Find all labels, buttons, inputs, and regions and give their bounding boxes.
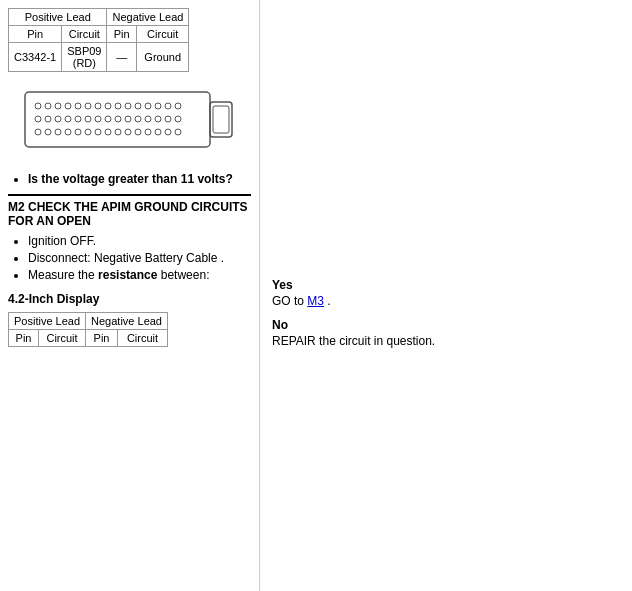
repair-text: REPAIR the circuit in question.: [272, 334, 620, 348]
svg-point-20: [75, 116, 81, 122]
circuit-header-2: Circuit: [137, 26, 189, 43]
svg-point-19: [65, 116, 71, 122]
svg-point-1: [35, 103, 41, 109]
circuit-header-4: Circuit: [117, 330, 167, 347]
svg-point-37: [95, 129, 101, 135]
svg-point-5: [75, 103, 81, 109]
svg-point-25: [125, 116, 131, 122]
pin-header-2: Pin: [107, 26, 137, 43]
svg-point-29: [165, 116, 171, 122]
step-1: Ignition OFF.: [28, 234, 251, 248]
svg-point-35: [75, 129, 81, 135]
svg-point-34: [65, 129, 71, 135]
pos-pin-1: C3342-1: [9, 43, 62, 72]
svg-rect-0: [25, 92, 210, 147]
go-to-text: GO to M3 .: [272, 294, 620, 308]
display-label: 4.2-Inch Display: [8, 292, 251, 306]
voltage-question-text: Is the voltage greater than 11 volts?: [28, 172, 251, 186]
svg-point-42: [145, 129, 151, 135]
svg-point-16: [35, 116, 41, 122]
circuit-header-3: Circuit: [39, 330, 86, 347]
svg-point-2: [45, 103, 51, 109]
svg-point-21: [85, 116, 91, 122]
svg-point-10: [125, 103, 131, 109]
svg-point-43: [155, 129, 161, 135]
main-container: Positive Lead Negative Lead Pin Circuit …: [0, 0, 632, 591]
svg-point-6: [85, 103, 91, 109]
voltage-question-bold: Is the voltage greater than 11 volts?: [28, 172, 233, 186]
svg-point-13: [155, 103, 161, 109]
svg-point-41: [135, 129, 141, 135]
pin-header-1: Pin: [9, 26, 62, 43]
svg-point-18: [55, 116, 61, 122]
svg-point-38: [105, 129, 111, 135]
connector-diagram: [20, 82, 240, 162]
pin-header-4: Pin: [86, 330, 118, 347]
positive-lead-header-2: Positive Lead: [9, 313, 86, 330]
svg-point-24: [115, 116, 121, 122]
circuit-header-1: Circuit: [62, 26, 107, 43]
svg-point-11: [135, 103, 141, 109]
svg-point-36: [85, 129, 91, 135]
svg-point-30: [175, 116, 181, 122]
svg-point-4: [65, 103, 71, 109]
voltage-question-section: Is the voltage greater than 11 volts?: [8, 172, 251, 186]
svg-point-22: [95, 116, 101, 122]
svg-point-12: [145, 103, 151, 109]
svg-point-23: [105, 116, 111, 122]
step-3: Measure the resistance between:: [28, 268, 251, 282]
svg-point-40: [125, 129, 131, 135]
right-panel: Yes GO to M3 . No REPAIR the circuit in …: [260, 0, 632, 591]
left-panel: Positive Lead Negative Lead Pin Circuit …: [0, 0, 260, 591]
svg-point-14: [165, 103, 171, 109]
pos-circuit-1: SBP09(RD): [62, 43, 107, 72]
pin-header-3: Pin: [9, 330, 39, 347]
svg-rect-47: [213, 106, 229, 133]
svg-point-3: [55, 103, 61, 109]
negative-lead-header-2: Negative Lead: [86, 313, 168, 330]
m3-link[interactable]: M3: [307, 294, 324, 308]
svg-point-33: [55, 129, 61, 135]
svg-point-32: [45, 129, 51, 135]
svg-point-15: [175, 103, 181, 109]
neg-pin-1: —: [107, 43, 137, 72]
svg-point-31: [35, 129, 41, 135]
svg-point-44: [165, 129, 171, 135]
svg-point-28: [155, 116, 161, 122]
negative-lead-header: Negative Lead: [107, 9, 189, 26]
svg-point-8: [105, 103, 111, 109]
steps-list: Ignition OFF. Disconnect: Negative Batte…: [8, 234, 251, 282]
positive-lead-header: Positive Lead: [9, 9, 107, 26]
svg-point-17: [45, 116, 51, 122]
svg-point-26: [135, 116, 141, 122]
svg-point-45: [175, 129, 181, 135]
svg-point-9: [115, 103, 121, 109]
svg-point-27: [145, 116, 151, 122]
step-2: Disconnect: Negative Battery Cable .: [28, 251, 251, 265]
no-label: No: [272, 318, 620, 332]
section-m2-header: M2 CHECK THE APIM GROUND CIRCUITS FOR AN…: [8, 194, 251, 228]
svg-point-7: [95, 103, 101, 109]
lead-table-2: Positive Lead Negative Lead Pin Circuit …: [8, 312, 168, 347]
lead-table-1: Positive Lead Negative Lead Pin Circuit …: [8, 8, 189, 72]
neg-circuit-1: Ground: [137, 43, 189, 72]
yes-label: Yes: [272, 278, 620, 292]
svg-point-39: [115, 129, 121, 135]
